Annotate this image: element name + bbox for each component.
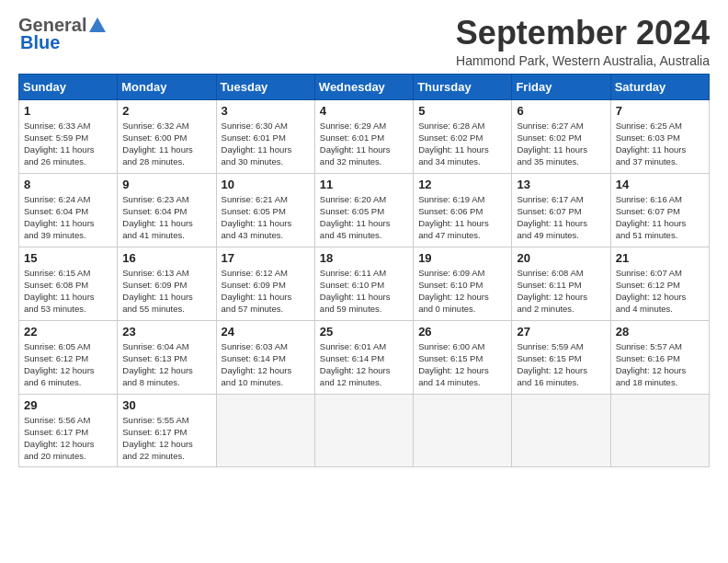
day-info: Sunrise: 6:09 AM Sunset: 6:10 PM Dayligh… [418,268,489,315]
day-info: Sunrise: 5:59 AM Sunset: 6:15 PM Dayligh… [517,341,587,388]
day-number: 2 [122,104,210,118]
col-monday: Monday [118,74,216,99]
day-info: Sunrise: 6:11 AM Sunset: 6:10 PM Dayligh… [320,268,391,315]
day-number: 20 [517,251,605,265]
table-row: 17Sunrise: 6:12 AM Sunset: 6:09 PM Dayli… [216,247,314,320]
col-friday: Friday [512,74,610,99]
day-info: Sunrise: 6:13 AM Sunset: 6:09 PM Dayligh… [122,268,193,315]
month-title: September 2024 [456,15,710,52]
day-info: Sunrise: 6:25 AM Sunset: 6:03 PM Dayligh… [616,121,687,167]
day-info: Sunrise: 6:07 AM Sunset: 6:12 PM Dayligh… [616,268,687,315]
day-info: Sunrise: 6:27 AM Sunset: 6:02 PM Dayligh… [517,121,587,167]
day-info: Sunrise: 6:19 AM Sunset: 6:06 PM Dayligh… [418,194,489,241]
col-saturday: Saturday [610,74,709,99]
table-row: 30Sunrise: 5:55 AM Sunset: 6:17 PM Dayli… [118,394,216,466]
col-tuesday: Tuesday [216,74,314,99]
day-info: Sunrise: 6:33 AM Sunset: 5:59 PM Dayligh… [24,121,95,167]
table-row: 25Sunrise: 6:01 AM Sunset: 6:14 PM Dayli… [314,320,413,394]
day-number: 12 [418,178,506,191]
table-row: 29Sunrise: 5:56 AM Sunset: 6:17 PM Dayli… [19,394,118,466]
day-number: 19 [418,251,506,265]
day-info: Sunrise: 6:01 AM Sunset: 6:14 PM Dayligh… [320,341,391,388]
day-number: 22 [24,325,112,339]
day-info: Sunrise: 6:00 AM Sunset: 6:15 PM Dayligh… [418,341,489,388]
day-info: Sunrise: 6:12 AM Sunset: 6:09 PM Dayligh… [222,268,292,315]
day-number: 9 [122,178,210,191]
table-row: 16Sunrise: 6:13 AM Sunset: 6:09 PM Dayli… [118,247,216,320]
table-row: 4Sunrise: 6:29 AM Sunset: 6:01 PM Daylig… [314,99,413,173]
col-wednesday: Wednesday [314,74,413,99]
day-number: 14 [616,178,704,191]
table-row: 18Sunrise: 6:11 AM Sunset: 6:10 PM Dayli… [314,247,413,320]
logo-blue: Blue [20,32,60,53]
day-number: 29 [24,398,112,412]
table-row [414,394,512,466]
day-info: Sunrise: 5:57 AM Sunset: 6:16 PM Dayligh… [616,341,687,388]
day-info: Sunrise: 6:08 AM Sunset: 6:11 PM Dayligh… [517,268,587,315]
day-number: 8 [24,178,112,191]
day-number: 30 [122,398,210,412]
table-row: 28Sunrise: 5:57 AM Sunset: 6:16 PM Dayli… [610,320,709,394]
table-row: 13Sunrise: 6:17 AM Sunset: 6:07 PM Dayli… [512,173,610,247]
table-row: 15Sunrise: 6:15 AM Sunset: 6:08 PM Dayli… [19,247,118,320]
day-number: 6 [517,104,605,118]
day-info: Sunrise: 6:32 AM Sunset: 6:00 PM Dayligh… [122,121,193,167]
day-number: 15 [24,251,112,265]
day-number: 11 [320,178,408,191]
day-number: 16 [122,251,210,265]
day-info: Sunrise: 6:03 AM Sunset: 6:14 PM Dayligh… [222,341,292,388]
table-row: 14Sunrise: 6:16 AM Sunset: 6:07 PM Dayli… [610,173,709,247]
table-row: 11Sunrise: 6:20 AM Sunset: 6:05 PM Dayli… [314,173,413,247]
table-row: 5Sunrise: 6:28 AM Sunset: 6:02 PM Daylig… [414,99,512,173]
day-number: 23 [122,325,210,339]
table-row: 6Sunrise: 6:27 AM Sunset: 6:02 PM Daylig… [512,99,610,173]
day-number: 4 [320,104,408,118]
day-info: Sunrise: 6:05 AM Sunset: 6:12 PM Dayligh… [24,341,95,388]
day-info: Sunrise: 5:55 AM Sunset: 6:17 PM Dayligh… [122,415,193,462]
table-row: 27Sunrise: 5:59 AM Sunset: 6:15 PM Dayli… [512,320,610,394]
table-row: 2Sunrise: 6:32 AM Sunset: 6:00 PM Daylig… [118,99,216,173]
title-area: September 2024 Hammond Park, Western Aus… [456,15,710,68]
table-row: 22Sunrise: 6:05 AM Sunset: 6:12 PM Dayli… [19,320,118,394]
day-number: 5 [418,104,506,118]
day-number: 13 [517,178,605,191]
table-row: 7Sunrise: 6:25 AM Sunset: 6:03 PM Daylig… [610,99,709,173]
logo-area: General Blue [18,15,108,53]
day-number: 25 [320,325,408,339]
header: General Blue September 2024 Hammond Park… [18,15,710,68]
day-number: 27 [517,325,605,339]
day-number: 21 [616,251,704,265]
day-number: 17 [222,251,310,265]
table-row: 10Sunrise: 6:21 AM Sunset: 6:05 PM Dayli… [216,173,314,247]
table-row [610,394,709,466]
col-sunday: Sunday [19,74,118,99]
table-row: 12Sunrise: 6:19 AM Sunset: 6:06 PM Dayli… [414,173,512,247]
logo-icon [87,16,108,36]
day-info: Sunrise: 6:29 AM Sunset: 6:01 PM Dayligh… [320,121,391,167]
header-row: Sunday Monday Tuesday Wednesday Thursday… [19,74,710,99]
svg-marker-0 [89,17,106,32]
day-number: 18 [320,251,408,265]
table-row: 24Sunrise: 6:03 AM Sunset: 6:14 PM Dayli… [216,320,314,394]
calendar-table: Sunday Monday Tuesday Wednesday Thursday… [18,74,710,467]
day-info: Sunrise: 6:17 AM Sunset: 6:07 PM Dayligh… [517,194,587,241]
day-info: Sunrise: 6:16 AM Sunset: 6:07 PM Dayligh… [616,194,687,241]
table-row: 1Sunrise: 6:33 AM Sunset: 5:59 PM Daylig… [19,99,118,173]
table-row [512,394,610,466]
day-number: 3 [222,104,310,118]
table-row [216,394,314,466]
location: Hammond Park, Western Australia, Austral… [456,53,710,68]
table-row: 8Sunrise: 6:24 AM Sunset: 6:04 PM Daylig… [19,173,118,247]
table-row: 19Sunrise: 6:09 AM Sunset: 6:10 PM Dayli… [414,247,512,320]
day-number: 7 [616,104,704,118]
day-info: Sunrise: 6:15 AM Sunset: 6:08 PM Dayligh… [24,268,95,315]
day-info: Sunrise: 6:28 AM Sunset: 6:02 PM Dayligh… [418,121,489,167]
day-info: Sunrise: 5:56 AM Sunset: 6:17 PM Dayligh… [24,415,95,462]
table-row [314,394,413,466]
day-info: Sunrise: 6:23 AM Sunset: 6:04 PM Dayligh… [122,194,193,241]
calendar-page: General Blue September 2024 Hammond Park… [0,0,728,563]
day-number: 24 [222,325,310,339]
day-number: 26 [418,325,506,339]
table-row: 3Sunrise: 6:30 AM Sunset: 6:01 PM Daylig… [216,99,314,173]
day-number: 28 [616,325,704,339]
